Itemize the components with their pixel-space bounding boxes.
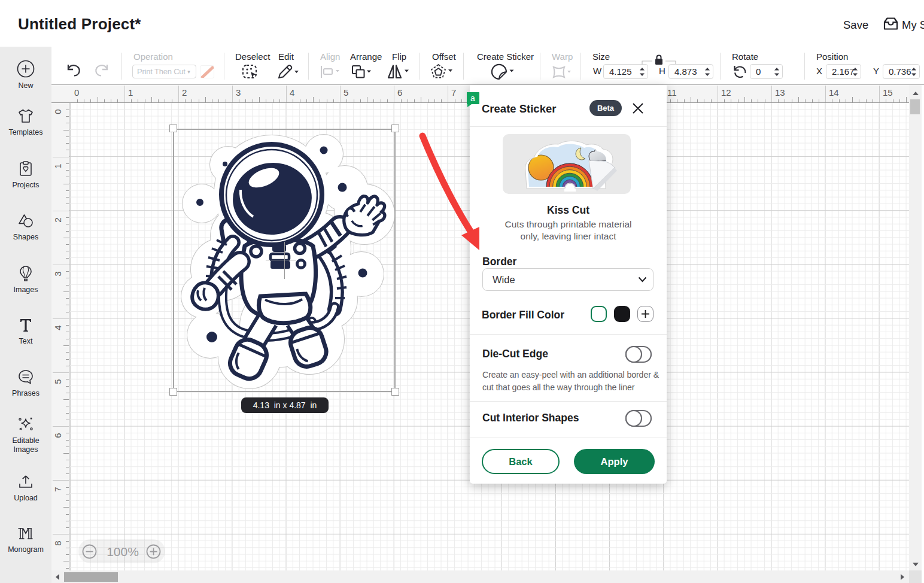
- svg-text:a: a: [470, 93, 475, 103]
